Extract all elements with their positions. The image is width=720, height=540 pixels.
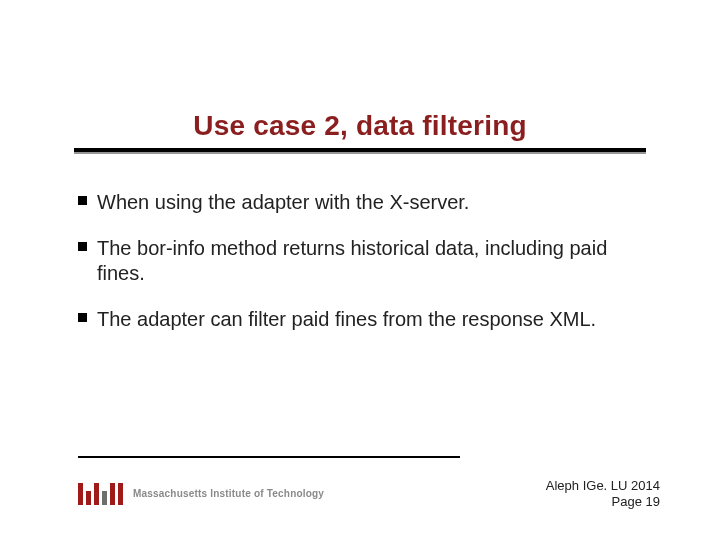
footer-page-number: Page 19 [546, 494, 660, 510]
title-underline [74, 148, 646, 154]
bullet-icon [78, 196, 87, 205]
logo-block: Massachusetts Institute of Technology [78, 483, 324, 505]
bullet-text: The bor-info method returns historical d… [97, 236, 642, 285]
list-item: When using the adapter with the X-server… [78, 190, 642, 214]
list-item: The adapter can filter paid fines from t… [78, 307, 642, 331]
footer-meta: Aleph IGe. LU 2014 Page 19 [546, 478, 660, 511]
bullet-text: When using the adapter with the X-server… [97, 190, 642, 214]
slide-title: Use case 2, data filtering [60, 110, 660, 142]
slide: Use case 2, data filtering When using th… [0, 0, 720, 540]
bullet-icon [78, 242, 87, 251]
bullet-icon [78, 313, 87, 322]
list-item: The bor-info method returns historical d… [78, 236, 642, 285]
footer-divider [78, 456, 460, 458]
mit-logo-icon [78, 483, 123, 505]
bullet-list: When using the adapter with the X-server… [78, 190, 642, 332]
footer-conference: Aleph IGe. LU 2014 [546, 478, 660, 494]
institution-name: Massachusetts Institute of Technology [133, 488, 324, 499]
footer: Massachusetts Institute of Technology Al… [0, 476, 720, 511]
bullet-text: The adapter can filter paid fines from t… [97, 307, 642, 331]
